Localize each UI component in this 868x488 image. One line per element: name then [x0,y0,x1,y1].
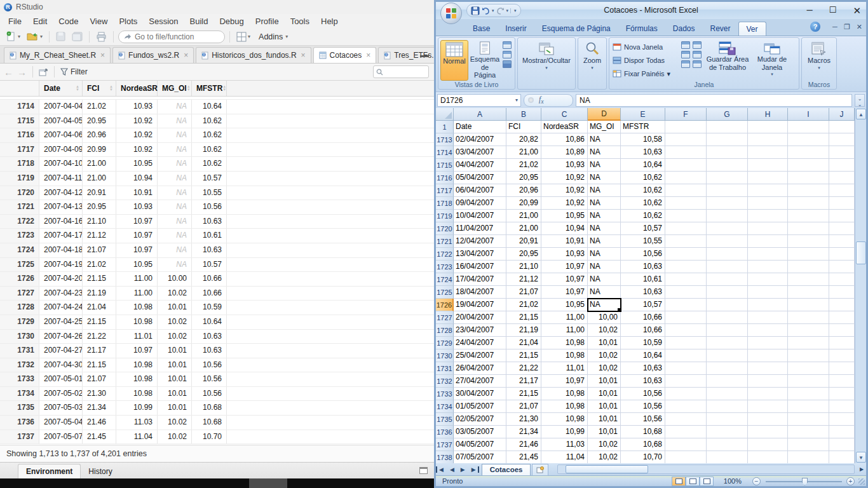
column-header-C[interactable]: C [541,108,588,121]
back-arrow-icon[interactable]: ← [4,67,13,77]
cell-D1713[interactable]: NA [588,133,621,146]
cell-A1716[interactable]: 05/04/2007 [454,172,506,184]
cell-D1719[interactable]: NA [588,210,621,222]
cell-A1725[interactable]: 18/04/2007 [454,286,506,299]
select-all-corner[interactable] [436,108,454,121]
cell-B1720[interactable]: 21,00 [506,222,541,235]
cell-C1724[interactable]: 10,97 [541,273,588,286]
ribbon-tab-esquema-de-p-gina[interactable]: Esquema de Página [534,22,618,36]
cell-I1714[interactable] [788,146,829,159]
cell-I1734[interactable] [788,400,829,413]
cell-I1735[interactable] [788,413,829,426]
cell-I1721[interactable] [788,235,829,248]
nova-janela-button[interactable]: Nova Janela [613,41,679,53]
menu-profile[interactable]: Profile [250,15,285,27]
page-break-view-shortcut[interactable] [700,477,714,486]
row-header-1713[interactable]: 1713 [436,133,454,146]
cell-F1727[interactable] [665,311,707,324]
cell-A1715[interactable]: 04/04/2007 [454,159,506,172]
cell-A1728[interactable]: 23/04/2007 [454,324,506,337]
cell-E1728[interactable]: 10,66 [621,324,665,337]
cell-J1730[interactable] [829,349,855,362]
cell-I1733[interactable] [788,388,829,400]
cell-H1716[interactable] [748,172,788,184]
ribbon-tab-ver[interactable]: Ver [738,22,766,36]
column-header-E[interactable]: E [621,108,665,121]
cell-J1731[interactable] [829,362,855,375]
office-button[interactable] [440,3,462,24]
cell-B1723[interactable]: 21,10 [506,261,541,273]
cell-G1717[interactable] [707,184,748,197]
cell-C1721[interactable]: 10,91 [541,235,588,248]
cell-E1716[interactable]: 10,62 [621,172,665,184]
cell-B1719[interactable]: 21,00 [506,210,541,222]
unhide-window-icon[interactable] [681,60,690,68]
cell-G1725[interactable] [707,286,748,299]
goto-file-input[interactable] [135,32,211,41]
cell-B1[interactable]: FCI [506,121,541,133]
cell-A1731[interactable]: 26/04/2007 [454,362,506,375]
cell-B1722[interactable]: 20,95 [506,248,541,261]
cell-I1715[interactable] [788,159,829,172]
cell-F1724[interactable] [665,273,707,286]
cell-J1729[interactable] [829,337,855,349]
zoom-level[interactable]: 100% [724,477,742,485]
cell-C1735[interactable]: 10,98 [541,413,588,426]
cell-J1723[interactable] [829,261,855,273]
cell-H1732[interactable] [748,375,788,388]
column-header-A[interactable]: A [454,108,506,121]
zoom-slider-thumb[interactable] [802,478,808,485]
previous-sheet-icon[interactable]: ◀ [447,466,458,473]
ribbon-tab-rever[interactable]: Rever [702,22,738,36]
row-header-1726[interactable]: 1726 [436,299,454,311]
row-header-1731[interactable]: 1731 [436,362,454,375]
cell-E1720[interactable]: 10,57 [621,222,665,235]
cell-F1720[interactable] [665,222,707,235]
cell-E1733[interactable]: 10,56 [621,388,665,400]
column-header-fci[interactable]: FCI▲▼ [83,81,116,96]
column-header-mg_oi[interactable]: MG_OI▲▼ [158,81,192,96]
cell-F1721[interactable] [665,235,707,248]
cell-I1737[interactable] [788,438,829,451]
cell-F1726[interactable] [665,299,707,311]
cell-E1729[interactable]: 10,59 [621,337,665,349]
row-header-1717[interactable]: 1717 [436,184,454,197]
cell-B1731[interactable]: 21,22 [506,362,541,375]
cell-E1723[interactable]: 10,63 [621,261,665,273]
menu-edit[interactable]: Edit [27,15,53,27]
cell-D1730[interactable]: 10,02 [588,349,621,362]
cell-E1714[interactable]: 10,63 [621,146,665,159]
cell-C1731[interactable]: 11,01 [541,362,588,375]
full-screen-icon[interactable] [503,60,512,68]
cell-H1724[interactable] [748,273,788,286]
cell-F1728[interactable] [665,324,707,337]
cell-H1733[interactable] [748,388,788,400]
last-sheet-icon[interactable]: ▶ [468,466,479,473]
cell-J1727[interactable] [829,311,855,324]
cell-A1714[interactable]: 03/04/2007 [454,146,506,159]
menu-view[interactable]: View [84,15,113,27]
cell-F1[interactable] [665,121,707,133]
cell-G1714[interactable] [707,146,748,159]
column-header-date[interactable]: Date▲▼ [39,81,83,96]
cell-I1716[interactable] [788,172,829,184]
cell-J1737[interactable] [829,438,855,451]
cell-J1738[interactable] [829,451,855,463]
editor-tab-fundos-ws2-r[interactable]: RFundos_ws2.R× [112,47,194,63]
row-header-1719[interactable]: 1719 [436,210,454,222]
cell-H1[interactable] [748,121,788,133]
menu-plots[interactable]: Plots [113,15,143,27]
fixar-paineis-button[interactable]: Fixar Painéis ▾ [613,68,679,79]
cell-F1723[interactable] [665,261,707,273]
cell-F1737[interactable] [665,438,707,451]
save-workspace-button[interactable]: Guardar Área de Trabalho [703,40,752,81]
row-header-1737[interactable]: 1737 [436,438,454,451]
cell-H1730[interactable] [748,349,788,362]
cell-E1[interactable]: MFSTR [621,121,665,133]
column-header-D[interactable]: D [588,108,621,121]
cell-B1717[interactable]: 20,96 [506,184,541,197]
cell-A1730[interactable]: 25/04/2007 [454,349,506,362]
menu-session[interactable]: Session [143,15,184,27]
cell-D1733[interactable]: 10,01 [588,388,621,400]
maximize-button[interactable]: ☐ [829,5,837,17]
